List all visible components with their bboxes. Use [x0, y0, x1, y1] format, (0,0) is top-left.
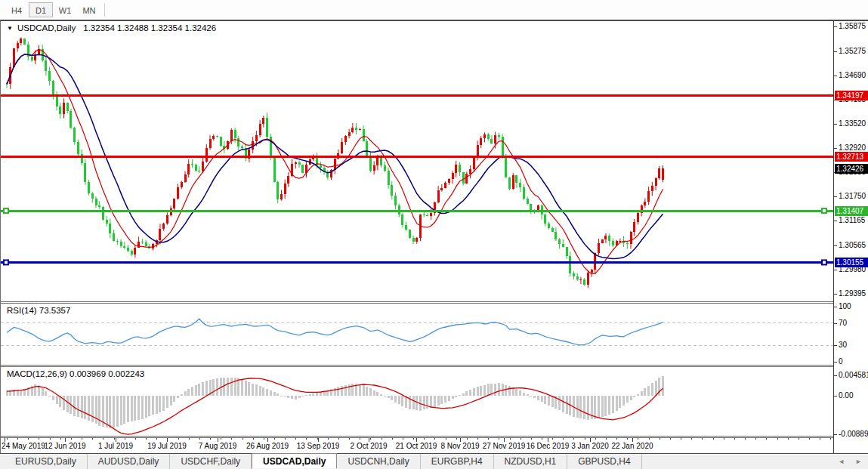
tab-usdcad-daily[interactable]: USDCAD,Daily: [252, 453, 337, 468]
date-axis-label: 22 Jan 2020: [611, 442, 653, 450]
timeframe-d1-button[interactable]: D1: [29, 2, 53, 17]
date-minor-tick: [114, 438, 115, 440]
axis-tick: [834, 375, 837, 376]
date-minor-tick: [724, 438, 724, 440]
date-minor-tick: [745, 438, 746, 440]
tab-scroll-right-icon[interactable]: ►: [855, 458, 862, 465]
axis-tick: [834, 51, 837, 52]
date-minor-tick: [403, 438, 403, 440]
axis-tick: [834, 270, 837, 270]
date-minor-tick: [103, 438, 103, 440]
date-minor-tick: [627, 438, 628, 440]
axis-tick: [834, 26, 837, 27]
main-chart-canvas[interactable]: [1, 21, 833, 301]
date-minor-tick: [734, 438, 735, 440]
timeframe-toolbar: H4D1W1MN: [0, 0, 868, 20]
date-minor-tick: [210, 438, 211, 440]
rsi-line: [7, 319, 663, 345]
price-axis-label: 1.32920: [839, 143, 866, 152]
rsi-chart-canvas[interactable]: [1, 304, 833, 365]
toolbar-separator: [104, 3, 105, 17]
date-minor-tick: [189, 438, 190, 440]
date-axis: 24 May 201912 Jun 20191 Jul 201919 Jul 2…: [1, 438, 868, 455]
axis-tick: [834, 307, 837, 307]
timeframe-mn-button[interactable]: MN: [77, 2, 101, 17]
date-minor-tick: [606, 438, 607, 440]
axis-tick: [834, 245, 837, 246]
date-minor-tick: [616, 438, 617, 440]
date-axis-label: 13 Sep 2019: [297, 442, 340, 450]
chart-tabs-bar: EURUSD,DailyAUDUSD,DailyUSDCHF,DailyUSDC…: [0, 453, 868, 469]
date-minor-tick: [649, 438, 650, 440]
date-minor-tick: [221, 438, 221, 440]
date-axis-label: 8 Nov 2019: [440, 442, 479, 450]
macd-indicator-panel: MACD(12,26,9) 0.003969 0.002243: [1, 367, 833, 436]
rsi-axis-label: 70: [839, 319, 847, 327]
tab-gbpusd-h4[interactable]: GBPUSD,H4: [567, 454, 641, 469]
date-minor-tick: [499, 438, 499, 440]
date-minor-tick: [28, 438, 29, 440]
tab-eurusd-daily[interactable]: EURUSD,Daily: [5, 454, 88, 469]
date-minor-tick: [573, 438, 574, 440]
date-minor-tick: [702, 438, 703, 440]
date-axis-label: 27 Nov 2019: [483, 442, 526, 450]
date-minor-tick: [7, 438, 8, 440]
date-minor-tick: [274, 438, 275, 440]
date-minor-tick: [755, 438, 756, 440]
axis-tick: [834, 221, 837, 221]
chart-dropdown-icon[interactable]: ▼: [7, 25, 13, 32]
axis-tick: [834, 196, 837, 197]
date-minor-tick: [178, 438, 179, 440]
tab-scroll-controls: ◄►: [838, 454, 862, 469]
price-axis-label: 1.30565: [839, 241, 866, 249]
date-minor-tick: [328, 438, 329, 440]
price-axis-label: 1.29395: [839, 289, 866, 298]
date-axis-label: 21 Oct 2019: [396, 442, 437, 450]
date-minor-tick: [456, 438, 457, 440]
support-line-price-badge: 1.31407: [835, 206, 868, 216]
date-axis-label: 24 May 2019: [2, 442, 45, 450]
resistance-line-price-badge: 1.32713: [835, 152, 868, 162]
main-chart-panel: ▼USDCAD,Daily1.32354 1.32488 1.32354 1.3…: [1, 21, 833, 301]
tab-scroll-left-icon[interactable]: ◄: [838, 458, 845, 465]
tab-usdchf-daily[interactable]: USDCHF,Daily: [170, 454, 252, 469]
tab-audusd-daily[interactable]: AUDUSD,Daily: [88, 454, 171, 469]
date-minor-tick: [488, 438, 489, 440]
date-minor-tick: [563, 438, 564, 440]
date-minor-tick: [71, 438, 72, 440]
tab-usdcnh-daily[interactable]: USDCNH,Daily: [337, 454, 420, 469]
price-axis-label: 1.31750: [839, 192, 866, 200]
date-minor-tick: [338, 438, 339, 440]
date-minor-tick: [295, 438, 296, 440]
date-minor-tick: [125, 438, 125, 440]
axis-tick: [834, 323, 837, 324]
date-minor-tick: [306, 438, 307, 440]
date-minor-tick: [659, 438, 660, 440]
timeframe-w1-button[interactable]: W1: [53, 2, 77, 17]
date-minor-tick: [424, 438, 425, 440]
tab-eurgbp-h4[interactable]: EURGBP,H4: [421, 454, 494, 469]
date-minor-tick: [60, 438, 61, 440]
price-axis-label: 1.31165: [839, 216, 865, 224]
date-minor-tick: [595, 438, 596, 440]
timeframe-h4-button[interactable]: H4: [5, 2, 29, 17]
date-minor-tick: [681, 438, 681, 440]
current-price-badge: 1.32426: [835, 164, 868, 174]
date-minor-tick: [552, 438, 553, 440]
macd-axis-label: 0.004581: [839, 371, 868, 379]
tab-nzdusd-h1[interactable]: NZDUSD,H1: [494, 454, 568, 469]
chart-symbol-label: USDCAD,Daily: [17, 23, 76, 32]
date-axis-label: 1 Jul 2019: [98, 442, 133, 450]
date-axis-label: 7 Aug 2019: [199, 442, 237, 450]
date-minor-tick: [691, 438, 692, 440]
mt4-terminal: H4D1W1MN ▼USDCAD,Daily1.32354 1.32488 1.…: [0, 0, 868, 469]
date-minor-tick: [446, 438, 446, 440]
date-minor-tick: [156, 438, 157, 440]
chart-window: ▼USDCAD,Daily1.32354 1.32488 1.32354 1.3…: [0, 20, 868, 453]
axis-tick: [834, 434, 837, 435]
axis-tick: [834, 148, 837, 149]
resistance-line-price-badge: 1.34197: [835, 91, 868, 100]
price-axis-label: 1.35275: [839, 47, 866, 55]
rsi-axis-label: 0: [839, 357, 843, 366]
date-minor-tick: [39, 438, 39, 440]
